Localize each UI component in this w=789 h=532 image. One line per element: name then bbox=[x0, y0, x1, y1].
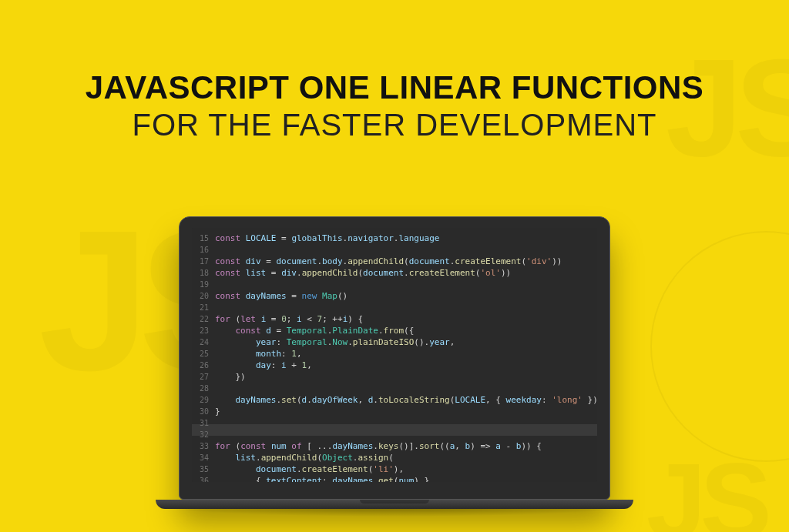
line-number: 22 bbox=[192, 313, 209, 325]
code-line: } bbox=[215, 406, 594, 417]
line-number: 24 bbox=[192, 336, 209, 348]
line-number: 34 bbox=[192, 452, 209, 463]
line-number: 18 bbox=[192, 267, 209, 279]
code-line: for (let i = 0; i < 7; ++i) { bbox=[215, 313, 594, 325]
laptop-illustration: 1516171819202122232425262728293031323334… bbox=[179, 216, 610, 509]
line-number: 25 bbox=[192, 348, 209, 360]
code-editor-screen: 1516171819202122232425262728293031323334… bbox=[192, 228, 597, 482]
code-line: document.createElement('li'), bbox=[215, 463, 594, 475]
line-number: 26 bbox=[192, 360, 209, 371]
code-line: const list = div.appendChild(document.cr… bbox=[215, 267, 594, 279]
code-line: list.appendChild(Object.assign( bbox=[215, 452, 594, 463]
code-line: dayNames.set(d.dayOfWeek, d.toLocaleStri… bbox=[215, 394, 594, 406]
watermark-js-bottom: JS bbox=[646, 447, 766, 532]
laptop-base bbox=[156, 500, 633, 509]
code-line bbox=[215, 383, 594, 394]
line-number: 33 bbox=[192, 440, 209, 452]
title-block: JAVASCRIPT ONE LINEAR FUNCTIONS FOR THE … bbox=[0, 69, 789, 142]
line-number: 19 bbox=[192, 279, 209, 290]
line-number: 36 bbox=[192, 475, 209, 482]
line-number: 21 bbox=[192, 302, 209, 313]
code-line: const LOCALE = globalThis.navigator.lang… bbox=[215, 233, 594, 244]
code-line bbox=[215, 244, 594, 256]
line-number: 27 bbox=[192, 371, 209, 383]
code-line: year: Temporal.Now.plainDateISO().year, bbox=[215, 336, 594, 348]
code-line: for (const num of [ ...dayNames.keys()].… bbox=[215, 440, 594, 452]
code-content: const LOCALE = globalThis.navigator.lang… bbox=[215, 233, 594, 482]
title-line-1: JAVASCRIPT ONE LINEAR FUNCTIONS bbox=[0, 69, 789, 106]
line-number: 15 bbox=[192, 233, 209, 244]
code-line: const dayNames = new Map() bbox=[215, 290, 594, 302]
line-number: 17 bbox=[192, 256, 209, 267]
line-number: 29 bbox=[192, 394, 209, 406]
title-line-2: FOR THE FASTER DEVELOPMENT bbox=[0, 108, 789, 142]
code-line: day: i + 1, bbox=[215, 360, 594, 371]
line-number: 23 bbox=[192, 325, 209, 336]
code-line: const div = document.body.appendChild(do… bbox=[215, 256, 594, 267]
code-line: { textContent: dayNames.get(num) }, bbox=[215, 475, 594, 482]
code-line bbox=[215, 302, 594, 313]
line-number: 16 bbox=[192, 244, 209, 256]
code-line: month: 1, bbox=[215, 348, 594, 360]
code-line bbox=[215, 279, 594, 290]
decorative-arc bbox=[650, 231, 789, 462]
line-number: 30 bbox=[192, 406, 209, 417]
line-number-gutter: 1516171819202122232425262728293031323334… bbox=[192, 228, 212, 482]
line-number: 28 bbox=[192, 383, 209, 394]
code-line: const d = Temporal.PlainDate.from({ bbox=[215, 325, 594, 336]
line-number: 35 bbox=[192, 463, 209, 475]
laptop-bezel: 1516171819202122232425262728293031323334… bbox=[179, 216, 610, 500]
code-line: }) bbox=[215, 371, 594, 383]
line-number: 20 bbox=[192, 290, 209, 302]
